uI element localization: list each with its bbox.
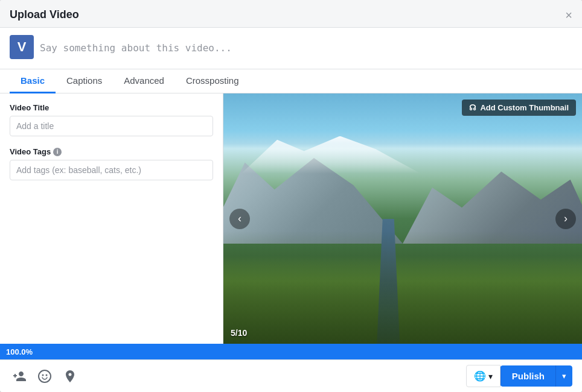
tabs-bar: Basic Captions Advanced Crossposting [0,69,582,93]
upload-video-modal: Upload Video × V Basic Captions Advanced… [0,0,582,392]
footer-left [10,367,80,386]
svg-point-2 [46,374,48,376]
tab-crossposting[interactable]: Crossposting [175,69,250,93]
globe-icon: 🌐 [474,370,486,382]
terrain [223,231,582,344]
footer: 🌐 ▾ Publish ▾ [0,359,582,392]
tags-input[interactable] [10,160,213,180]
publish-group: Publish ▾ [500,365,572,387]
tab-basic[interactable]: Basic [10,69,56,93]
modal-title: Upload Video [10,8,79,21]
tab-advanced[interactable]: Advanced [113,69,175,93]
modal-header: Upload Video × [0,0,582,28]
tag-people-icon [12,369,27,384]
publish-dropdown-arrow-icon: ▾ [562,371,566,381]
tags-label: Video Tags i [10,147,213,156]
video-container: ☊ Add Custom Thumbnail ‹ › 5/10 [223,93,582,344]
video-thumbnail [223,93,582,344]
location-button[interactable] [60,367,80,386]
publish-button[interactable]: Publish [500,365,555,387]
tab-captions[interactable]: Captions [56,69,113,93]
title-input[interactable] [10,116,213,136]
tag-people-button[interactable] [10,367,29,386]
content-area: Video Title Video Tags i [0,93,582,344]
avatar: V [10,35,34,59]
title-field-group: Video Title [10,103,213,136]
close-button[interactable]: × [565,9,572,21]
progress-label: 100.0% [6,347,33,356]
camera-icon: ☊ [469,103,476,112]
audience-arrow-icon: ▾ [488,371,493,381]
tags-info-icon[interactable]: i [53,148,62,156]
svg-point-0 [39,370,51,382]
right-panel: ☊ Add Custom Thumbnail ‹ › 5/10 [223,93,582,344]
audience-button[interactable]: 🌐 ▾ [466,365,500,387]
slide-counter: 5/10 [231,328,247,338]
emoji-button[interactable] [35,367,54,386]
add-thumbnail-button[interactable]: ☊ Add Custom Thumbnail [462,100,576,116]
left-panel: Video Title Video Tags i [0,93,223,344]
title-label: Video Title [10,103,213,112]
publish-dropdown-button[interactable]: ▾ [555,365,572,387]
footer-right: 🌐 ▾ Publish ▾ [466,365,572,387]
prev-thumbnail-button[interactable]: ‹ [229,209,250,229]
progress-bar: 100.0% [0,344,582,359]
tags-field-group: Video Tags i [10,147,213,180]
emoji-icon [37,369,52,384]
post-area: V [0,28,582,69]
next-thumbnail-button[interactable]: › [555,209,576,229]
post-input[interactable] [40,35,572,62]
location-icon [63,369,77,384]
svg-point-1 [42,374,44,376]
